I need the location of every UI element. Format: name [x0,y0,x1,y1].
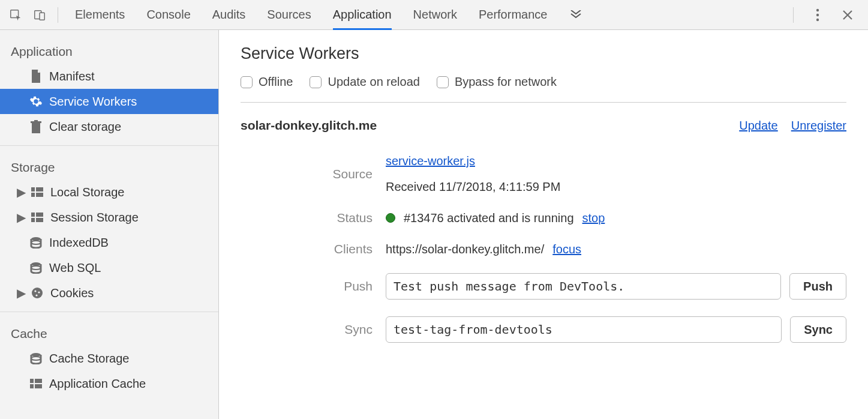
inspect-icon[interactable] [5,4,26,26]
checkbox-icon [241,76,253,88]
svg-rect-7 [36,187,43,191]
expand-arrow-icon: ▶ [17,286,24,300]
divider [0,145,218,146]
svg-point-15 [31,241,41,244]
checkbox-icon [310,76,322,88]
push-button[interactable]: Push [789,273,846,300]
tab-sources[interactable]: Sources [267,0,311,29]
sidebar-item-label: Web SQL [49,261,101,275]
svg-rect-10 [31,213,35,217]
sw-options-row: Offline Update on reload Bypass for netw… [241,75,846,103]
svg-point-20 [38,291,40,293]
panel-title: Service Workers [241,44,846,63]
checkbox-icon [437,76,449,88]
sync-button[interactable]: Sync [790,316,846,343]
sync-label: Sync [241,322,373,337]
tabs-overflow-icon[interactable] [569,0,583,29]
offline-checkbox[interactable]: Offline [241,75,293,89]
client-url: https://solar-donkey.glitch.me/ [386,243,544,256]
svg-point-19 [34,290,36,292]
svg-point-23 [31,357,41,360]
svg-rect-26 [30,384,34,388]
sidebar-item-cache-storage[interactable]: Cache Storage [0,346,218,371]
service-workers-panel: Service Workers Offline Update on reload… [219,30,868,419]
update-on-reload-checkbox[interactable]: Update on reload [310,75,419,89]
unregister-link[interactable]: Unregister [791,119,846,133]
main-split: Application Manifest Service Workers Cle… [0,30,868,419]
sync-input[interactable] [386,316,782,343]
application-sidebar: Application Manifest Service Workers Cle… [0,30,219,419]
sidebar-item-label: Cookies [50,286,94,300]
status-row: Status #13476 activated and is running s… [241,211,846,225]
gear-icon [29,94,43,109]
sidebar-item-clear-storage[interactable]: Clear storage [0,114,218,139]
svg-rect-13 [36,218,43,222]
sidebar-item-label: Service Workers [49,95,137,109]
svg-point-17 [31,266,41,270]
device-toggle-icon[interactable] [29,4,50,26]
tab-application[interactable]: Application [333,0,392,29]
received-text: Received 11/7/2018, 4:11:59 PM [386,180,560,194]
svg-point-21 [35,294,37,296]
clients-row: Clients https://solar-donkey.glitch.me/ … [241,242,846,256]
svg-rect-2 [40,13,44,20]
devtools-tabbar: Elements Console Audits Sources Applicat… [0,0,868,30]
sidebar-item-manifest[interactable]: Manifest [0,64,218,89]
sidebar-item-websql[interactable]: Web SQL [0,255,218,280]
svg-rect-6 [31,187,35,191]
status-running-icon [386,213,395,223]
sidebar-item-label: Cache Storage [49,352,129,366]
source-link[interactable]: service-worker.js [386,154,475,167]
checkbox-label: Update on reload [328,75,419,89]
grid-icon [30,185,44,199]
svg-point-4 [816,13,819,16]
divider [793,7,794,23]
tab-audits[interactable]: Audits [212,0,246,29]
cookie-icon [30,286,44,300]
update-link[interactable]: Update [739,119,778,133]
origin-row: solar-donkey.glitch.me Update Unregister [241,118,846,133]
divider [58,7,58,23]
svg-rect-25 [35,379,42,383]
sidebar-item-session-storage[interactable]: ▶ Session Storage [0,205,218,230]
checkbox-label: Bypass for network [455,75,557,89]
grid-icon [30,210,44,225]
svg-rect-24 [30,379,34,383]
expand-arrow-icon: ▶ [17,210,24,225]
sidebar-item-application-cache[interactable]: Application Cache [0,371,218,396]
svg-rect-12 [31,218,35,222]
source-label: Source [241,167,373,181]
close-icon[interactable] [837,4,858,26]
section-application: Application [0,36,218,64]
sidebar-item-label: Manifest [49,70,95,83]
stop-link[interactable]: stop [582,211,605,225]
sidebar-item-cookies[interactable]: ▶ Cookies [0,280,218,306]
sidebar-item-label: Application Cache [49,377,146,391]
bypass-for-network-checkbox[interactable]: Bypass for network [437,75,557,89]
source-row: Source service-worker.js Received 11/7/2… [241,154,846,194]
tab-elements[interactable]: Elements [75,0,125,29]
sidebar-item-label: Local Storage [50,185,124,199]
push-input[interactable] [386,273,781,300]
sync-row: Sync Sync [241,316,846,343]
section-storage: Storage [0,152,218,179]
svg-rect-27 [35,384,42,388]
sidebar-item-indexeddb[interactable]: IndexedDB [0,230,218,255]
manifest-icon [29,69,43,83]
focus-link[interactable]: focus [552,243,581,256]
origin-text: solar-donkey.glitch.me [241,118,377,133]
kebab-menu-icon[interactable] [807,4,828,26]
sidebar-item-label: Clear storage [49,120,121,134]
status-label: Status [241,211,373,225]
panel-tabs: Elements Console Audits Sources Applicat… [75,0,786,29]
database-icon [29,261,43,275]
tab-network[interactable]: Network [413,0,457,29]
tab-console[interactable]: Console [146,0,190,29]
svg-rect-11 [36,213,43,217]
svg-point-18 [32,288,43,298]
status-text: #13476 activated and is running [404,211,574,225]
sidebar-item-service-workers[interactable]: Service Workers [0,89,218,114]
clear-icon [29,119,43,134]
tab-performance[interactable]: Performance [479,0,548,29]
sidebar-item-local-storage[interactable]: ▶ Local Storage [0,179,218,205]
